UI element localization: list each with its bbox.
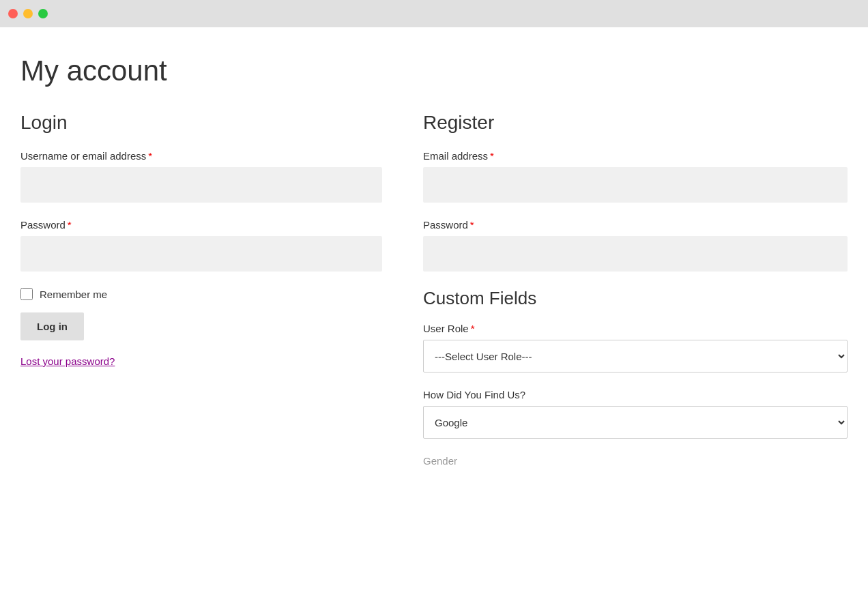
maximize-button[interactable] (38, 9, 48, 18)
remember-me-label: Remember me (40, 289, 107, 300)
close-button[interactable] (8, 9, 18, 18)
title-bar (0, 0, 868, 27)
login-section: Login Username or email address* Passwor… (20, 112, 382, 484)
page-title: My account (20, 55, 848, 87)
register-password-group: Password* (423, 219, 848, 272)
user-role-required: * (471, 323, 475, 334)
username-label: Username or email address* (20, 150, 382, 162)
username-required: * (148, 150, 152, 162)
register-email-required: * (490, 150, 494, 162)
two-col-layout: Login Username or email address* Passwor… (20, 112, 848, 484)
minimize-button[interactable] (23, 9, 33, 18)
user-role-group: User Role* ---Select User Role--- Admin … (423, 323, 848, 372)
login-password-group: Password* (20, 219, 382, 272)
register-section: Register Email address* Password* Custom… (423, 112, 848, 484)
user-role-select[interactable]: ---Select User Role--- Admin Editor Subs… (423, 340, 848, 372)
user-role-label: User Role* (423, 323, 848, 334)
window-content: My account Login Username or email addre… (0, 27, 868, 614)
register-section-title: Register (423, 112, 848, 134)
remember-me-checkbox[interactable] (20, 288, 33, 300)
register-password-label: Password* (423, 219, 848, 231)
gender-group: Gender (423, 455, 848, 467)
register-email-group: Email address* (423, 150, 848, 203)
how-find-us-select[interactable]: Google Social Media Friend Other (423, 406, 848, 439)
gender-label: Gender (423, 455, 457, 467)
register-password-required: * (470, 219, 474, 231)
login-section-title: Login (20, 112, 382, 134)
username-group: Username or email address* (20, 150, 382, 203)
username-input[interactable] (20, 167, 382, 203)
login-password-label: Password* (20, 219, 382, 231)
register-email-label: Email address* (423, 150, 848, 162)
register-email-input[interactable] (423, 167, 848, 203)
lost-password-link[interactable]: Lost your password? (20, 355, 115, 367)
remember-me-row: Remember me (20, 288, 382, 300)
how-find-us-group: How Did You Find Us? Google Social Media… (423, 389, 848, 439)
custom-fields-title: Custom Fields (423, 288, 848, 309)
login-button[interactable]: Log in (20, 312, 84, 340)
register-password-input[interactable] (423, 236, 848, 272)
how-find-us-label: How Did You Find Us? (423, 389, 848, 400)
login-password-input[interactable] (20, 236, 382, 272)
login-password-required: * (68, 219, 72, 231)
